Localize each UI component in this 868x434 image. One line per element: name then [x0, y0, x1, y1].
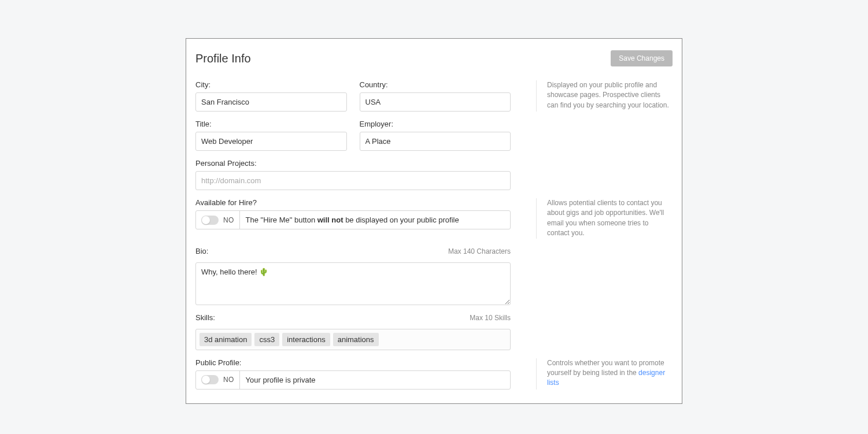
skills-input[interactable]: 3d animation css3 interactions animation…: [195, 329, 511, 350]
bio-hint: Max 140 Characters: [448, 247, 511, 255]
country-label: Country:: [360, 80, 511, 89]
skill-tag[interactable]: 3d animation: [200, 333, 252, 346]
public-toggle-row: NO Your profile is private: [195, 370, 511, 390]
employer-input[interactable]: [360, 132, 511, 151]
hire-toggle[interactable]: [201, 216, 219, 225]
skills-label: Skills:: [195, 313, 215, 322]
panel-title: Profile Info: [195, 52, 251, 65]
skills-hint: Max 10 Skills: [470, 314, 511, 322]
public-label: Public Profile:: [195, 358, 511, 367]
skill-tag[interactable]: animations: [333, 333, 379, 346]
skill-tag[interactable]: css3: [254, 333, 279, 346]
employer-label: Employer:: [360, 120, 511, 128]
panel-header: Profile Info Save Changes: [195, 50, 673, 66]
profile-info-panel: Profile Info Save Changes City: Country:…: [186, 38, 682, 404]
city-label: City:: [195, 80, 347, 89]
projects-input[interactable]: [195, 171, 511, 190]
hire-label: Available for Hire?: [195, 198, 511, 207]
hire-toggle-row: NO The "Hire Me" button will not be disp…: [195, 210, 511, 229]
save-changes-button[interactable]: Save Changes: [611, 50, 673, 66]
location-help-text: Displayed on your public profile and sho…: [536, 80, 673, 112]
projects-label: Personal Projects:: [195, 159, 511, 168]
public-toggle[interactable]: [201, 375, 219, 384]
title-input[interactable]: [195, 132, 347, 151]
public-help-text: Controls whether you want to promote you…: [536, 358, 673, 390]
skill-tag[interactable]: interactions: [282, 333, 330, 346]
city-input[interactable]: [195, 92, 347, 112]
bio-textarea[interactable]: [195, 262, 511, 305]
hire-toggle-state: NO: [223, 216, 234, 224]
title-label: Title:: [195, 120, 347, 128]
hire-help-text: Allows potential clients to contact you …: [536, 198, 673, 239]
public-toggle-state: NO: [223, 376, 234, 384]
bio-label: Bio:: [195, 247, 208, 255]
hire-toggle-description: The "Hire Me" button will not be display…: [240, 211, 510, 229]
country-input[interactable]: [360, 92, 511, 112]
public-toggle-description: Your profile is private: [240, 371, 510, 389]
